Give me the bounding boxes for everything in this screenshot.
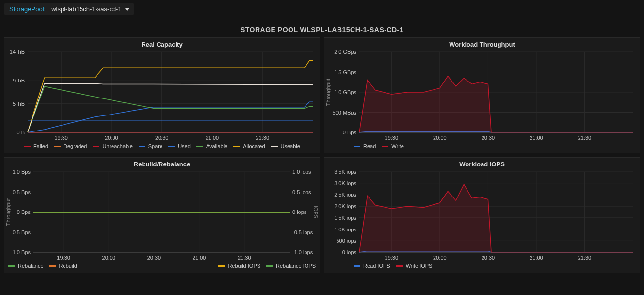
svg-text:1.0K iops: 1.0K iops [334, 227, 356, 232]
dashboard-grid: Real Capacity 0 B5 TiB9 TiB14 TiB19:3020… [0, 37, 644, 277]
legend-item[interactable]: Rebalance IOPS [266, 263, 316, 269]
svg-text:1.0 iops: 1.0 iops [292, 169, 311, 175]
svg-text:0 iops: 0 iops [342, 249, 357, 255]
svg-text:-0.5 Bps: -0.5 Bps [11, 229, 31, 235]
legend-item[interactable]: Write [382, 143, 403, 149]
legend-item[interactable]: Rebalance [8, 263, 44, 269]
svg-text:0.5 iops: 0.5 iops [292, 189, 311, 195]
chart-real-capacity[interactable]: 0 B5 TiB9 TiB14 TiB19:3020:0020:3021:002… [4, 49, 320, 141]
panel-title: Real Capacity [4, 38, 320, 49]
legend-item[interactable]: Failed [24, 143, 48, 149]
svg-text:0 Bps: 0 Bps [17, 209, 31, 215]
chart-rebuild-rebalance[interactable]: -1.0 Bps-1.0 iops-0.5 Bps-0.5 iops0 Bps0… [4, 169, 320, 261]
svg-text:14 TiB: 14 TiB [10, 49, 25, 55]
legend-workload-iops: Read IOPSWrite IOPS [324, 261, 640, 273]
svg-text:21:00: 21:00 [193, 255, 206, 261]
svg-text:19:30: 19:30 [385, 255, 399, 261]
legend-real-capacity: FailedDegradedUnreachableSpareUsedAvaila… [4, 141, 320, 153]
svg-text:5 TiB: 5 TiB [13, 101, 25, 107]
svg-text:21:00: 21:00 [206, 135, 219, 141]
svg-text:20:30: 20:30 [482, 135, 495, 141]
svg-text:0 iops: 0 iops [292, 209, 307, 215]
legend-item[interactable]: Degraded [54, 143, 87, 149]
svg-text:1.5K iops: 1.5K iops [334, 215, 356, 221]
svg-text:20:00: 20:00 [433, 255, 447, 261]
panel-title: Rebuild/Rebalance [4, 158, 320, 169]
svg-text:1.0 Bps: 1.0 Bps [13, 169, 31, 175]
legend-item[interactable]: Rebuild IOPS [218, 263, 260, 269]
panel-real-capacity[interactable]: Real Capacity 0 B5 TiB9 TiB14 TiB19:3020… [4, 37, 320, 153]
svg-text:0.5 Bps: 0.5 Bps [13, 189, 31, 195]
panel-workload-iops[interactable]: Workload IOPS 0 iops500 iops1.0K iops1.5… [324, 157, 640, 273]
svg-text:-1.0 iops: -1.0 iops [292, 249, 313, 255]
svg-text:21:30: 21:30 [578, 135, 592, 141]
svg-text:20:00: 20:00 [102, 255, 116, 261]
svg-text:3.5K iops: 3.5K iops [334, 169, 356, 175]
svg-text:19:30: 19:30 [54, 135, 68, 141]
svg-text:2.0K iops: 2.0K iops [334, 203, 356, 209]
svg-text:9 TiB: 9 TiB [13, 78, 25, 83]
svg-text:Throughput: Throughput [325, 79, 331, 106]
svg-text:21:30: 21:30 [578, 255, 592, 261]
variable-selector[interactable]: StoragePool: wlspl-lab15ch-1-sas-cd-1 [4, 3, 134, 15]
legend-item[interactable]: Write IOPS [396, 263, 433, 269]
svg-text:-1.0 Bps: -1.0 Bps [11, 249, 31, 255]
page-title: STORAGE POOL WLSPL-LAB15CH-1-SAS-CD-1 [0, 26, 644, 33]
legend-item[interactable]: Useable [271, 143, 300, 149]
legend-item[interactable]: Read IOPS [354, 263, 390, 269]
legend-item[interactable]: Spare [139, 143, 162, 149]
svg-text:20:00: 20:00 [433, 135, 447, 141]
svg-text:20:30: 20:30 [147, 255, 161, 261]
panel-workload-throughput[interactable]: Workload Throughput 0 Bps500 MBps1.0 GBp… [324, 37, 640, 153]
svg-text:20:30: 20:30 [155, 135, 169, 141]
svg-text:21:30: 21:30 [238, 255, 251, 261]
chart-workload-throughput[interactable]: 0 Bps500 MBps1.0 GBps1.5 GBps2.0 GBps19:… [324, 49, 640, 141]
svg-text:500 MBps: 500 MBps [332, 110, 356, 115]
legend-item[interactable]: Available [196, 143, 227, 149]
variable-value[interactable]: wlspl-lab15ch-1-sas-cd-1 [51, 5, 129, 13]
svg-text:2.0 GBps: 2.0 GBps [334, 49, 356, 55]
svg-text:21:30: 21:30 [256, 135, 269, 141]
legend-rebuild-rebalance: RebalanceRebuildRebuild IOPSRebalance IO… [4, 261, 320, 273]
chart-workload-iops[interactable]: 0 iops500 iops1.0K iops1.5K iops2.0K iop… [324, 169, 640, 261]
legend-workload-throughput: ReadWrite [324, 141, 640, 153]
svg-text:19:30: 19:30 [57, 255, 70, 261]
svg-text:-0.5 iops: -0.5 iops [292, 229, 313, 235]
svg-text:19:30: 19:30 [385, 135, 399, 141]
svg-text:0 B: 0 B [16, 130, 25, 135]
svg-text:500 iops: 500 iops [336, 238, 356, 244]
svg-text:Throughput: Throughput [5, 198, 11, 226]
panel-rebuild-rebalance[interactable]: Rebuild/Rebalance -1.0 Bps-1.0 iops-0.5 … [4, 157, 320, 273]
panel-title: Workload IOPS [324, 158, 640, 169]
svg-text:1.0 GBps: 1.0 GBps [334, 89, 356, 95]
svg-text:3.0K iops: 3.0K iops [334, 180, 356, 186]
variable-label: StoragePool: [9, 5, 46, 13]
legend-item[interactable]: Allocated [233, 143, 265, 149]
legend-item[interactable]: Read [354, 143, 376, 149]
svg-text:20:00: 20:00 [105, 135, 118, 141]
svg-text:1.5 GBps: 1.5 GBps [334, 69, 356, 75]
svg-text:IOPS: IOPS [313, 206, 319, 218]
svg-text:21:00: 21:00 [530, 135, 543, 141]
svg-text:20:30: 20:30 [482, 255, 495, 261]
svg-text:0 Bps: 0 Bps [343, 130, 357, 135]
legend-item[interactable]: Rebuild [49, 263, 77, 269]
panel-title: Workload Throughput [324, 38, 640, 49]
legend-item[interactable]: Used [168, 143, 191, 149]
chevron-down-icon [125, 8, 129, 11]
svg-text:21:00: 21:00 [530, 255, 543, 261]
svg-text:2.5K iops: 2.5K iops [334, 192, 356, 197]
legend-item[interactable]: Unreachable [93, 143, 132, 149]
